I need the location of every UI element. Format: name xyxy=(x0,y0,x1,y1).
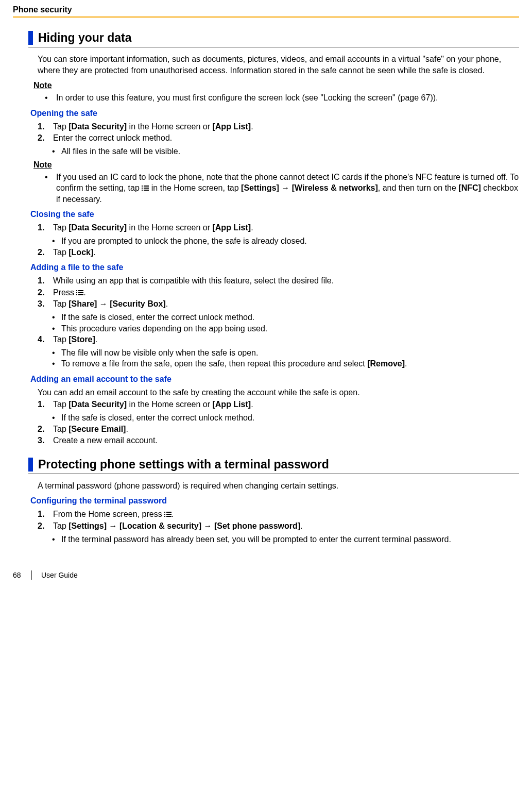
subhead-closing-safe: Closing the safe xyxy=(30,210,519,219)
subhead-opening-safe: Opening the safe xyxy=(30,109,519,118)
h2-intro: A terminal password (phone password) is … xyxy=(38,480,519,492)
sub-bullet: •If the safe is closed, enter the correc… xyxy=(52,312,519,334)
add-email-intro: You can add an email account to the safe… xyxy=(38,387,519,398)
subhead-adding-file: Adding a file to the safe xyxy=(30,263,519,272)
list-adding-file: 1.While using an app that is compatible … xyxy=(38,275,519,310)
note-text: In order to use this feature, you must f… xyxy=(56,92,438,104)
note-bullet: •If you used an IC card to lock the phon… xyxy=(45,172,519,205)
list-item: Tap [Store]. xyxy=(53,334,97,345)
heading-rule xyxy=(28,47,519,47)
sub-bullet-text: This procedure varies depending on the a… xyxy=(61,323,267,334)
list-item: Press . xyxy=(53,287,86,298)
list-item: Tap [Data Security] in the Home screen o… xyxy=(53,222,253,233)
list-item: While using an app that is compatible wi… xyxy=(53,275,334,287)
sub-bullet-text: To remove a file from the safe, open the… xyxy=(61,358,407,369)
menu-icon xyxy=(164,512,171,517)
sub-bullet: •If the safe is closed, enter the correc… xyxy=(52,412,519,424)
list-item: Tap [Settings] → [Location & security] →… xyxy=(53,520,303,532)
sub-bullet-text: If you are prompted to unlock the phone,… xyxy=(61,235,307,247)
sub-bullet-text: If the terminal password has already bee… xyxy=(61,534,451,545)
list-item: Tap [Lock]. xyxy=(53,247,96,258)
subhead-config-password: Configuring the terminal password xyxy=(30,496,519,506)
page-number: 68 xyxy=(13,571,31,579)
list-item: Tap [Secure Email]. xyxy=(53,424,128,435)
heading-rule xyxy=(28,474,519,474)
list-closing-safe-2: 2.Tap [Lock]. xyxy=(38,247,519,258)
subhead-adding-email: Adding an email account to the safe xyxy=(30,375,519,384)
note-text: If you used an IC card to lock the phone… xyxy=(56,172,519,205)
sub-bullet-text: If the safe is closed, enter the correct… xyxy=(61,312,254,323)
list-item: Enter the correct unlock method. xyxy=(53,132,172,144)
list-closing-safe: 1.Tap [Data Security] in the Home screen… xyxy=(38,222,519,233)
list-config: 1.From the Home screen, press . 2.Tap [S… xyxy=(38,509,519,531)
list-adding-file-4: 4.Tap [Store]. xyxy=(38,334,519,345)
page-footer: 68 User Guide xyxy=(13,570,519,580)
sub-bullet-text: The file will now be visible only when t… xyxy=(61,347,258,359)
list-item: Tap [Share] → [Security Box]. xyxy=(53,298,168,310)
list-opening-safe: 1.Tap [Data Security] in the Home screen… xyxy=(38,121,519,144)
list-item: Tap [Data Security] in the Home screen o… xyxy=(53,399,253,410)
intro-paragraph: You can store important information, suc… xyxy=(38,54,519,76)
sub-bullet-text: All files in the safe will be visible. xyxy=(61,146,180,157)
note-label: Note xyxy=(33,81,519,90)
footer-divider xyxy=(31,570,32,580)
note-bullet: •In order to use this feature, you must … xyxy=(45,92,519,104)
doc-title: User Guide xyxy=(41,571,78,579)
list-adding-email-23: 2.Tap [Secure Email]. 3.Create a new ema… xyxy=(38,424,519,446)
list-item: Tap [Data Security] in the Home screen o… xyxy=(53,121,253,132)
sub-bullet: •If the terminal password has already be… xyxy=(52,534,519,545)
section-header: Phone security xyxy=(13,5,519,16)
sub-bullet: •The file will now be visible only when … xyxy=(52,347,519,369)
header-rule xyxy=(13,16,519,18)
sub-bullet: •All files in the safe will be visible. xyxy=(52,146,519,157)
menu-icon xyxy=(142,186,149,191)
heading-terminal-password: Protecting phone settings with a termina… xyxy=(28,458,519,472)
heading-hiding-data: Hiding your data xyxy=(28,31,519,45)
menu-icon xyxy=(76,290,83,296)
list-item: From the Home screen, press . xyxy=(53,509,174,520)
note-label: Note xyxy=(33,160,519,170)
list-adding-email: 1.Tap [Data Security] in the Home screen… xyxy=(38,399,519,410)
list-item: Create a new email account. xyxy=(53,435,158,446)
sub-bullet-text: If the safe is closed, enter the correct… xyxy=(61,412,254,424)
sub-bullet: •If you are prompted to unlock the phone… xyxy=(52,235,519,247)
